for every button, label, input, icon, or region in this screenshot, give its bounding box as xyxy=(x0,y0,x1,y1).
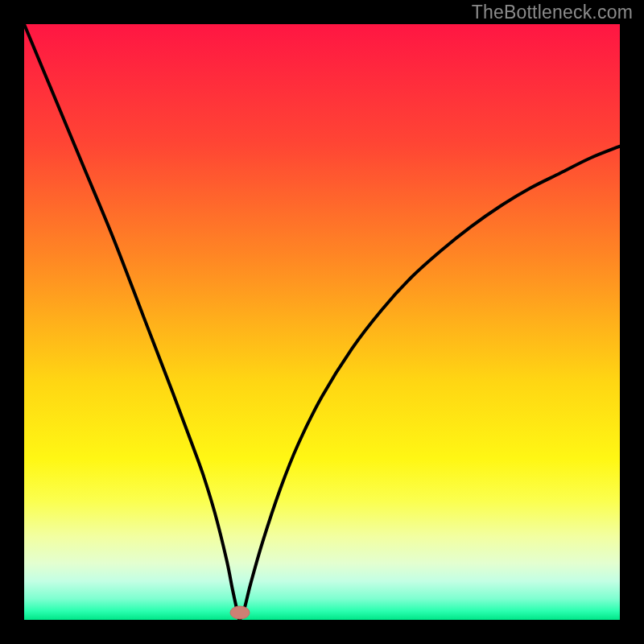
watermark-text: TheBottleneck.com xyxy=(472,2,633,23)
plot-background xyxy=(24,24,620,620)
optimum-marker xyxy=(230,606,250,619)
chart-frame: { "watermark": "TheBottleneck.com", "col… xyxy=(0,0,644,644)
bottleneck-chart xyxy=(0,0,644,644)
